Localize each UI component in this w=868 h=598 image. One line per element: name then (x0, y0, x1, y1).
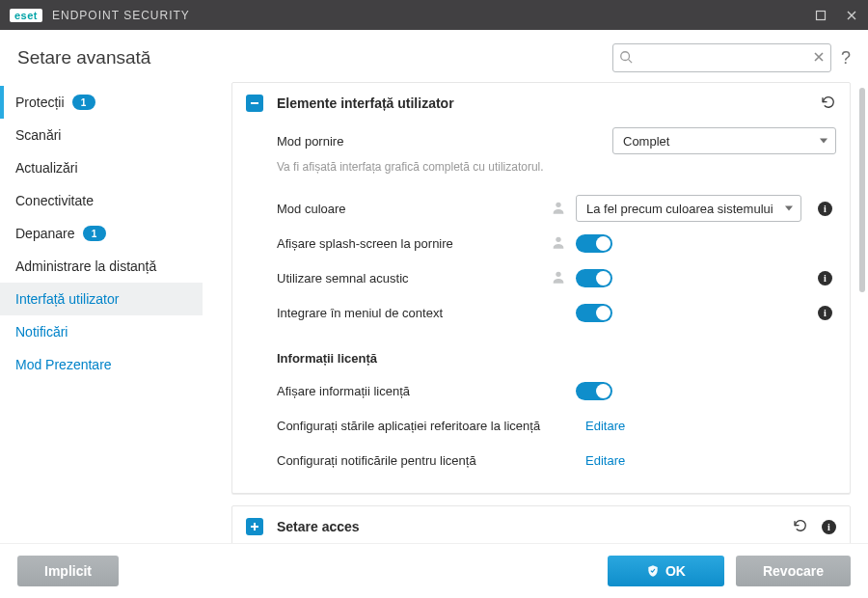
undo-icon[interactable] (821, 95, 836, 111)
svg-rect-8 (251, 526, 258, 528)
label-license-states: Configurați stările aplicației referitoa… (277, 419, 585, 433)
edit-license-notif-link[interactable]: Editare (585, 453, 625, 468)
license-show-toggle[interactable] (576, 382, 612, 400)
info-icon[interactable]: i (818, 202, 832, 216)
ok-button[interactable]: OK (608, 556, 724, 586)
sidebar-item-label: Actualizări (15, 160, 78, 176)
row-start-mode: Mod pornire Complet (277, 123, 836, 158)
person-icon (551, 269, 566, 287)
sidebar-item-depanare[interactable]: Depanare 1 (0, 217, 203, 250)
panel-header: Setare acces i (232, 506, 850, 543)
person-icon (551, 234, 566, 253)
sidebar-item-actualizari[interactable]: Actualizări (0, 151, 203, 184)
sidebar-item-protectii[interactable]: Protecții 1 (0, 86, 203, 119)
app-window: eset ENDPOINT SECURITY Setare avansată (0, 0, 868, 598)
sidebar-item-label: Depanare (15, 226, 75, 241)
row-splash: Afișare splash-screen la pornire (277, 226, 836, 260)
panel-ui-elements: Elemente interfață utilizator Mod pornir… (231, 82, 851, 494)
info-icon[interactable]: i (818, 306, 832, 320)
sidebar-item-label: Administrare la distanță (15, 258, 156, 274)
label-splash: Afișare splash-screen la pornire (277, 236, 551, 251)
sidebar-item-label: Protecții (15, 95, 65, 110)
svg-line-2 (629, 59, 633, 63)
row-color-mode: Mod culoare La fel precum culoarea siste… (277, 191, 836, 226)
sidebar-item-label: Mod Prezentare (15, 357, 112, 372)
label-sound: Utilizare semnal acustic (277, 271, 551, 285)
badge: 1 (72, 95, 95, 110)
svg-rect-0 (817, 11, 826, 19)
start-mode-select[interactable]: Complet (612, 127, 836, 154)
content: Elemente interfață utilizator Mod pornir… (203, 82, 856, 543)
label-color-mode: Mod culoare (277, 202, 551, 216)
window-close-icon[interactable] (845, 9, 858, 22)
sidebar-item-label: Interfață utilizator (15, 291, 119, 307)
shield-icon (646, 564, 660, 578)
sidebar-item-label: Scanări (15, 127, 61, 143)
sidebar-item-label: Conectivitate (15, 193, 94, 208)
splash-toggle[interactable] (576, 234, 612, 253)
expand-icon[interactable] (246, 518, 263, 535)
svg-point-4 (556, 202, 560, 206)
sidebar-item-mod-prezentare[interactable]: Mod Prezentare (0, 348, 203, 381)
brand-logo: eset (10, 9, 42, 22)
search-input[interactable] (613, 44, 830, 71)
panel-body: Mod pornire Complet Va fi afișată interf… (232, 123, 850, 493)
clear-search-icon[interactable] (813, 51, 825, 66)
collapse-icon[interactable] (246, 95, 263, 112)
sidebar: Protecții 1 Scanări Actualizări Conectiv… (0, 82, 203, 543)
panel-access: Setare acces i (231, 505, 851, 543)
footer: Implicit OK Revocare (0, 543, 868, 598)
cancel-button[interactable]: Revocare (736, 556, 851, 586)
sidebar-item-administrare[interactable]: Administrare la distanță (0, 250, 203, 283)
label-context: Integrare în meniul de context (277, 306, 551, 320)
svg-point-1 (621, 51, 630, 60)
row-context: Integrare în meniul de context i (277, 295, 836, 330)
window-maximize-icon[interactable] (814, 9, 827, 22)
window-controls (814, 9, 858, 22)
scrollbar[interactable] (856, 82, 868, 543)
sidebar-item-interfata-utilizator[interactable]: Interfață utilizator (0, 283, 203, 315)
help-icon[interactable]: ? (841, 48, 851, 68)
search-box[interactable] (612, 43, 831, 72)
info-icon[interactable]: i (818, 271, 832, 285)
default-button-label: Implicit (44, 563, 92, 579)
panel-title: Elemente interfață utilizator (277, 95, 454, 111)
svg-point-6 (556, 271, 560, 276)
sidebar-item-conectivitate[interactable]: Conectivitate (0, 184, 203, 217)
search-icon (619, 50, 633, 67)
body: Protecții 1 Scanări Actualizări Conectiv… (0, 82, 868, 543)
row-license-show: Afișare informații licență (277, 373, 836, 408)
row-license-notif: Configurați notificările pentru licență … (277, 443, 836, 477)
color-mode-select[interactable]: La fel precum culoarea sistemului (576, 195, 801, 222)
panel-access-title: Setare acces (277, 519, 360, 534)
label-license-notif: Configurați notificările pentru licență (277, 453, 585, 468)
sidebar-item-label: Notificări (15, 324, 68, 340)
badge: 1 (83, 226, 106, 241)
row-license-states: Configurați stările aplicației referitoa… (277, 408, 836, 443)
svg-point-5 (556, 236, 560, 241)
edit-license-states-link[interactable]: Editare (585, 419, 625, 433)
product-name: ENDPOINT SECURITY (52, 9, 190, 22)
subheader: Setare avansată ? (0, 30, 868, 82)
start-mode-hint: Va fi afișată interfața grafică completă… (277, 160, 836, 174)
sound-toggle[interactable] (576, 269, 612, 287)
page-title: Setare avansată (17, 47, 150, 68)
row-sound: Utilizare semnal acustic i (277, 260, 836, 295)
default-button[interactable]: Implicit (17, 556, 119, 586)
info-icon[interactable]: i (822, 520, 836, 534)
sidebar-item-scanari[interactable]: Scanări (0, 119, 203, 151)
ok-button-label: OK (665, 563, 686, 579)
label-license-show: Afișare informații licență (277, 384, 551, 398)
svg-rect-3 (251, 102, 258, 104)
content-wrap: Elemente interfață utilizator Mod pornir… (203, 82, 868, 543)
titlebar: eset ENDPOINT SECURITY (0, 0, 868, 30)
context-toggle[interactable] (576, 304, 612, 322)
sidebar-item-notificari[interactable]: Notificări (0, 315, 203, 348)
license-heading: Informații licență (277, 351, 836, 366)
cancel-button-label: Revocare (763, 563, 824, 579)
label-start-mode: Mod pornire (277, 134, 551, 149)
undo-icon[interactable] (793, 519, 808, 534)
panel-header: Elemente interfață utilizator (232, 83, 850, 123)
person-icon (551, 200, 566, 218)
brand: eset ENDPOINT SECURITY (10, 9, 190, 22)
